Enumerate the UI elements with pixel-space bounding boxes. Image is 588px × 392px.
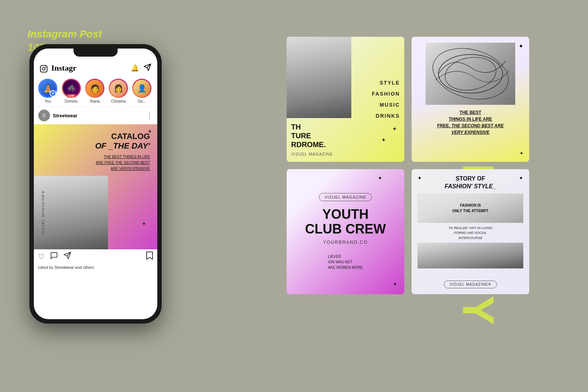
card-story-fashion: ✦ STORY OF FASHION' STYLE_ ✦ FASHION IS …	[412, 169, 529, 294]
post-header: S Streetwear ⋮	[34, 106, 157, 124]
card2-photo	[426, 43, 516, 105]
menu-item-music: MUSIC	[356, 102, 400, 108]
svg-point-0	[42, 67, 45, 70]
phone-mockup: Instagr 🔔	[29, 44, 169, 346]
phone-notch	[74, 49, 118, 57]
story-label-you: You	[45, 99, 51, 103]
card4-quote: TO REALIZE *ART IN LIVING FORMS AND SOCI…	[417, 226, 523, 241]
card3-badge: VIZUEL MAGAZINE	[319, 193, 372, 201]
card3-quote: LIEVED ION WAS NOT AKE WOMEN MORE	[328, 254, 363, 270]
sparkle-icon-2: ✦	[141, 220, 146, 227]
title-line1: Instagram Post	[28, 28, 102, 41]
card1-photo	[287, 37, 351, 118]
card1-bottom: TH TURE RDROME. VIZUEL MAGAZINE	[287, 118, 351, 161]
card3-brand: YOURBRAND.CO	[323, 240, 368, 245]
story-label-dominic: Dominic	[65, 99, 78, 103]
card4-brand-badge: VIZUEL MAGAZINE®	[444, 281, 496, 288]
post-photo	[34, 176, 108, 249]
post-options-icon[interactable]: ⋮	[146, 111, 153, 120]
svg-point-5	[442, 54, 499, 94]
post-avatar: S	[38, 110, 50, 121]
card-style-fashion: TH TURE RDROME. VIZUEL MAGAZINE STYLE FA…	[287, 37, 404, 162]
post-liked-text: Liked by Streetwear and others	[34, 264, 157, 271]
menu-item-style: STYLE	[356, 80, 400, 86]
like-icon[interactable]: ♡	[38, 252, 45, 261]
story-item-christina[interactable]: 👩 Christina	[109, 79, 128, 103]
card4-photo1: FASHION IS ONLY THE ATTEMPT	[417, 193, 523, 223]
direct-message-icon[interactable]	[143, 63, 151, 73]
card3-title: YOUTH CLUB CREW	[305, 207, 386, 236]
share-icon[interactable]	[63, 252, 71, 261]
story-item-you[interactable]: 🧘 + You	[38, 79, 57, 103]
story-label-riana: Riana	[90, 99, 100, 103]
card4-photo1-overlay: FASHION IS ONLY THE ATTEMPT	[417, 193, 523, 223]
card1-left: TH TURE RDROME. VIZUEL MAGAZINE	[287, 37, 351, 162]
instagram-logo: Instagr	[40, 63, 76, 73]
menu-item-drinks: DRINKS	[356, 113, 400, 119]
svg-point-2	[45, 67, 46, 68]
card-best-things: THE BEST THINGS IN LIFE ARE FREE. THE SE…	[412, 37, 529, 162]
svg-rect-1	[40, 65, 47, 72]
phone-outer: Instagr 🔔	[29, 44, 162, 324]
card1-brand: VIZUEL MAGAZINE	[291, 152, 347, 156]
sparkle-c3: ✦	[378, 175, 382, 181]
post-vertical-brand: VIZUEL MAGAZINE®	[41, 189, 45, 235]
card4-photo2	[417, 243, 523, 268]
svg-point-3	[438, 54, 503, 93]
card-youth-club: VIZUEL MAGAZINE YOUTH CLUB CREW YOURBRAN…	[287, 169, 404, 294]
cards-grid: TH TURE RDROME. VIZUEL MAGAZINE STYLE FA…	[287, 37, 529, 294]
post-subtitle: THE BEST THINGS IN LIFE ARE FREE.THE SEC…	[41, 154, 150, 172]
card1-menu: STYLE FASHION MUSIC DRINKS	[351, 37, 404, 162]
story-label-christina: Christina	[111, 99, 125, 103]
instagram-logo-text: Instagr	[51, 63, 76, 72]
svg-point-4	[427, 43, 514, 105]
post-actions: ♡	[34, 249, 157, 264]
post-content-card: CATALOG OF _THE DAY' THE BEST THINGS IN …	[34, 124, 157, 249]
post-catalog-title: CATALOG OF _THE DAY'	[41, 132, 150, 151]
notification-icon[interactable]: 🔔	[131, 64, 139, 72]
phone-screen: Instagr 🔔	[34, 49, 157, 319]
menu-item-fashion: FASHION	[356, 91, 400, 97]
sparkle-c2b: ✦	[520, 151, 523, 156]
sparkle-c4r: ✦	[519, 175, 523, 181]
sparkle-c3b: ✦	[393, 282, 397, 287]
stories-row: 🧘 + You 🕷️ LIVE Dominic	[34, 76, 157, 106]
story-item-ge[interactable]: 👤 Ge...	[132, 79, 151, 103]
sparkle-c2: ✦	[519, 43, 523, 50]
card2-quote: THE BEST THINGS IN LIFE ARE FREE. THE SE…	[437, 109, 504, 136]
card4-header: ✦ STORY OF FASHION' STYLE_ ✦	[417, 175, 523, 190]
sparkle-icon-c1a: ✦	[392, 125, 397, 132]
save-icon[interactable]	[146, 252, 153, 261]
story-item-dominic[interactable]: 🕷️ LIVE Dominic	[62, 79, 81, 103]
story-item-riana[interactable]: 🧑 Riana	[85, 79, 104, 103]
card1-heading: TH TURE RDROME.	[291, 122, 347, 149]
sparkle-c4l: ✦	[417, 175, 422, 181]
instagram-action-icons: 🔔	[131, 63, 151, 73]
card4-title: STORY OF FASHION' STYLE_	[422, 175, 519, 190]
post-username: Streetwear	[53, 113, 146, 118]
sparkle-icon-c1b: ✦	[381, 136, 386, 143]
sparkle-icon: ✦	[147, 128, 152, 135]
comment-icon[interactable]	[50, 252, 58, 261]
story-label-ge: Ge...	[138, 99, 146, 103]
